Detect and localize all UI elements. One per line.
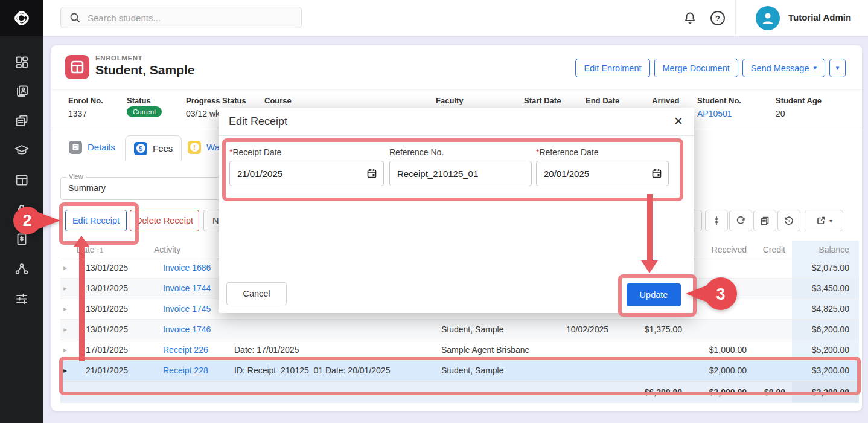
edit-enrolment-button[interactable]: Edit Enrolment: [575, 59, 649, 77]
table-row-selected[interactable]: ▸ 21/01/2025 Receipt 228 ID: Receipt_210…: [60, 361, 859, 381]
app-logo[interactable]: [0, 0, 43, 36]
row-expand-icon[interactable]: ▸: [63, 279, 67, 299]
table-row[interactable]: ▸ 13/01/2025 Invoice 1746 Student, Sampl…: [60, 320, 859, 340]
more-actions-button[interactable]: ▾: [829, 59, 846, 77]
view-select-label: View: [66, 173, 86, 180]
page-title: Student, Sample: [95, 63, 195, 77]
total-balance: $3,200.00: [792, 382, 859, 403]
search-box[interactable]: [60, 7, 302, 28]
chevron-down-icon: ▾: [829, 218, 832, 224]
cell-balance: $3,450.00: [792, 279, 859, 299]
activity-link[interactable]: Invoice 1746: [163, 325, 211, 334]
column-balance[interactable]: Balance: [792, 245, 859, 254]
chevron-down-icon: ▾: [836, 64, 840, 72]
activity-link[interactable]: Receipt 228: [163, 366, 208, 375]
notifications-button[interactable]: [683, 11, 697, 25]
annotation-arrow-down-head: [641, 260, 658, 273]
row-expand-icon[interactable]: ▸: [63, 361, 67, 381]
help-button[interactable]: ?: [710, 11, 725, 25]
layout-icon: [14, 173, 29, 187]
cell-balance: $6,200.00: [792, 320, 859, 340]
activity-link[interactable]: Invoice 1744: [163, 283, 211, 293]
sliders-icon: [14, 291, 29, 306]
user-avatar[interactable]: [756, 6, 780, 30]
cell-balance: $4,825.00: [792, 299, 859, 319]
table-totals-row: $6,200.00 $3,000.00 $0.00 $3,200.00: [60, 381, 859, 403]
total-received: $3,000.00: [692, 382, 747, 403]
edit-receipt-button[interactable]: Edit Receipt: [65, 210, 127, 231]
sidebar-item-contacts[interactable]: [0, 82, 43, 100]
workflow-icon: [14, 262, 29, 276]
search-input[interactable]: [86, 12, 282, 24]
unfold-icon: [711, 215, 722, 226]
activity-link[interactable]: Invoice 1686: [163, 263, 211, 273]
edit-receipt-modal: Edit Receipt ✕ *Receipt Date Reference N…: [219, 108, 694, 313]
question-glyph: ?: [715, 14, 720, 23]
cell-contact: Student, Sample: [441, 320, 504, 340]
enrolment-icon: [65, 55, 89, 79]
copy-button[interactable]: [753, 210, 776, 231]
sidebar: [0, 0, 43, 423]
reference-no-input[interactable]: [389, 161, 532, 186]
graduation-cap-icon: [14, 143, 30, 158]
cell-received: $1,000.00: [692, 340, 747, 360]
tab-fees[interactable]: $ Fees: [125, 135, 182, 161]
row-expand-icon[interactable]: ▸: [63, 258, 67, 278]
delete-receipt-button[interactable]: Delete Receipt: [130, 210, 199, 231]
tab-details[interactable]: Details: [60, 135, 124, 159]
update-button[interactable]: Update: [627, 283, 681, 306]
refresh-button[interactable]: [729, 210, 752, 231]
cell-contact: Sample Agent Brisbane: [441, 340, 529, 360]
column-credit[interactable]: Credit: [749, 245, 785, 254]
sidebar-item-documents[interactable]: [0, 112, 43, 130]
total-amount: $6,200.00: [622, 382, 682, 403]
close-icon[interactable]: ✕: [674, 114, 683, 128]
sidebar-item-invoices[interactable]: [0, 230, 43, 248]
activity-link[interactable]: Invoice 1745: [163, 304, 211, 314]
header-actions: Edit Enrolment Merge Document Send Messa…: [575, 59, 846, 77]
sidebar-item-workflow[interactable]: [0, 260, 43, 278]
contact-card-icon: [14, 84, 29, 98]
merge-document-button[interactable]: Merge Document: [654, 59, 738, 77]
details-icon: [69, 141, 82, 154]
calendar-icon[interactable]: [652, 169, 662, 178]
sidebar-item-dashboard[interactable]: [0, 53, 43, 71]
send-message-button[interactable]: Send Message ▾: [742, 59, 825, 77]
sidebar-item-settings[interactable]: [0, 289, 43, 308]
annotation-arrow-shaft: [647, 194, 653, 262]
cell-details: ID: Receipt_210125_01 Date: 20/01/2025: [234, 361, 390, 381]
export-button[interactable]: ▾: [805, 210, 843, 231]
table-row[interactable]: ▸ 17/01/2025 Receipt 226 Date: 17/01/202…: [60, 340, 859, 361]
row-expand-icon[interactable]: ▸: [63, 299, 67, 319]
student-no-link[interactable]: AP10501: [697, 109, 732, 118]
cell-date: 13/01/2025: [86, 299, 128, 319]
column-date[interactable]: Date↑1: [77, 245, 103, 254]
entity-kicker: ENROLMENT: [95, 54, 142, 62]
user-name: Tutorial Admin: [788, 12, 851, 22]
calendar-icon[interactable]: [367, 169, 377, 178]
bell-icon: [683, 11, 697, 25]
column-received[interactable]: Received: [692, 245, 747, 254]
modal-divider: [219, 135, 694, 136]
sidebar-item-courses[interactable]: [0, 141, 43, 160]
sidebar-item-security[interactable]: [0, 201, 43, 219]
cancel-button[interactable]: Cancel: [226, 282, 287, 305]
cell-balance: $5,200.00: [792, 340, 859, 360]
sidebar-item-classes[interactable]: [0, 171, 43, 189]
search-icon: [69, 12, 80, 23]
cell-date: 17/01/2025: [86, 340, 128, 360]
row-expand-icon[interactable]: ▸: [63, 320, 67, 340]
expand-rows-button[interactable]: [705, 210, 728, 231]
cell-date: 21/01/2025: [86, 361, 128, 381]
status-badge: Current: [127, 106, 162, 117]
cell-contact: Student, Sample: [441, 361, 504, 381]
activity-link[interactable]: Receipt 226: [163, 345, 208, 355]
column-activity[interactable]: Activity: [154, 245, 180, 254]
person-icon: [760, 10, 776, 26]
topbar: ? Tutorial Admin: [43, 0, 868, 37]
history-button[interactable]: [777, 210, 800, 231]
reference-date-input[interactable]: [536, 161, 669, 186]
cell-due: 10/02/2025: [548, 320, 608, 340]
row-expand-icon[interactable]: ▸: [63, 340, 67, 360]
receipt-date-input[interactable]: [229, 161, 384, 186]
